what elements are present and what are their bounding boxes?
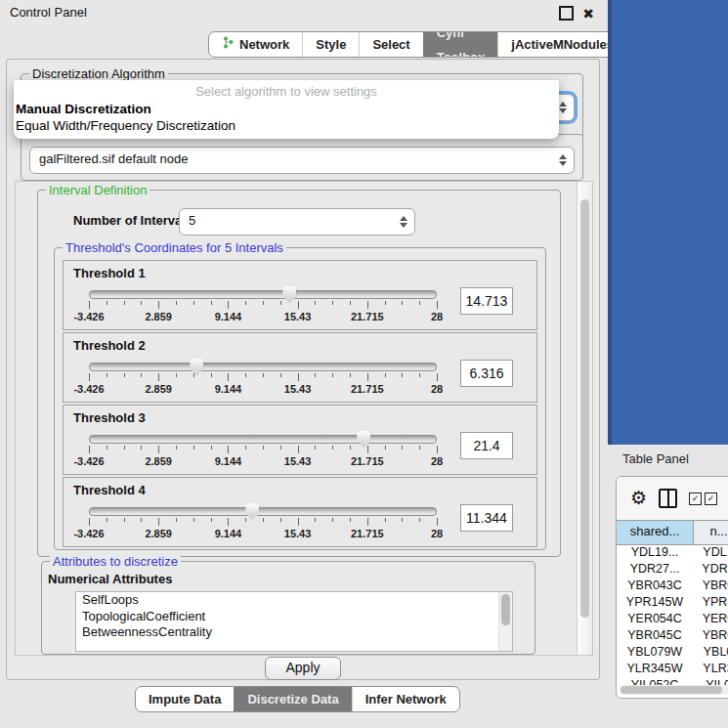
table-row[interactable]: YDL19...YDL1 — [617, 544, 728, 561]
tab-select[interactable]: Select — [359, 32, 422, 57]
tick-mark — [124, 518, 125, 522]
combo-stepper-icon — [559, 154, 567, 166]
float-window-icon[interactable] — [559, 6, 574, 21]
tick-mark — [245, 373, 246, 377]
algorithm-option[interactable]: Equal Width/Frequency Discretization — [14, 117, 559, 134]
gear-icon[interactable]: ⚙ — [630, 489, 647, 508]
numerical-attributes-list[interactable]: SelfLoopsTopologicalCoefficientBetweenne… — [75, 591, 513, 652]
tick-mark — [124, 446, 125, 450]
checkbox-icon[interactable]: ✓ — [705, 492, 717, 505]
algorithm-group-title: Discretization Algorithm — [29, 66, 168, 81]
close-icon[interactable]: ✖ — [582, 7, 594, 21]
horizontal-scrollbar-thumb[interactable] — [621, 686, 722, 694]
attribute-list-item[interactable]: TopologicalCoefficient — [76, 609, 512, 625]
threshold-value-field[interactable] — [460, 287, 513, 315]
number-of-intervals-combo[interactable]: 5 — [179, 208, 415, 236]
algorithm-popup-hint: Select algorithm to view settings — [14, 82, 559, 101]
tick-label: 28 — [431, 528, 443, 539]
attribute-list-item[interactable]: BetweennessCentrality — [76, 624, 512, 641]
tick-mark — [176, 301, 177, 305]
table-cell: YBL0 — [693, 644, 728, 661]
threshold-value-field[interactable] — [460, 504, 513, 532]
tick-mark — [107, 301, 107, 305]
tab-label: Network — [239, 32, 289, 57]
table-cell: YDR2 — [693, 561, 728, 578]
threshold-value-field[interactable] — [460, 432, 513, 459]
threshold-value-field[interactable] — [460, 360, 513, 387]
threshold-slider[interactable]: -3.4262.8599.14415.4321.71528 — [89, 359, 437, 398]
tick-mark — [350, 518, 351, 522]
cyni-toolbox-panel: Discretization Algorithm Select algorith… — [6, 59, 600, 680]
algorithm-option[interactable]: Manual Discretization — [14, 101, 559, 117]
table-data-group: Table Data galFiltered.sif default node — [21, 134, 583, 181]
list-scrollbar-thumb[interactable] — [501, 594, 510, 625]
threshold-row: Threshold 2-3.4262.8599.14415.4321.71528 — [63, 332, 537, 403]
tick-mark — [385, 446, 386, 450]
table-row[interactable]: YBL079WYBL0 — [617, 644, 728, 661]
tick-mark — [315, 518, 316, 522]
tab-cyni-toolbox[interactable]: Cyni Toolbox — [423, 32, 498, 57]
top-tab-bar: NetworkStyleSelectCyni ToolboxjActiveMNo… — [208, 31, 627, 58]
window-controls: ✖ — [559, 6, 594, 21]
tick-mark — [89, 518, 90, 526]
tick-mark — [315, 373, 316, 377]
table-row[interactable]: YBR043CYBR0 — [617, 578, 728, 594]
algorithm-popup-options: Manual DiscretizationEqual Width/Frequen… — [14, 101, 559, 134]
tick-mark — [298, 446, 299, 453]
tick-label: -3.426 — [73, 311, 104, 322]
panel-title: Control Panel — [10, 0, 87, 25]
table-data-combo[interactable]: galFiltered.sif default node — [29, 147, 575, 174]
tick-mark — [280, 446, 281, 450]
vertical-scrollbar-thumb[interactable] — [580, 199, 589, 618]
threshold-row: Threshold 3-3.4262.8599.14415.4321.71528 — [63, 405, 537, 475]
tick-mark — [402, 518, 403, 522]
split-view-icon[interactable] — [659, 489, 677, 508]
vertical-scrollbar[interactable] — [577, 182, 592, 655]
horizontal-scrollbar[interactable] — [620, 685, 728, 695]
list-scrollbar[interactable] — [498, 592, 512, 651]
tick-label: 15.43 — [284, 528, 312, 539]
threshold-label: Threshold 4 — [73, 483, 146, 497]
threshold-slider[interactable]: -3.4262.8599.14415.4321.71528 — [89, 503, 437, 542]
slider-track[interactable] — [89, 363, 437, 371]
slider-track[interactable] — [89, 507, 437, 516]
tab-infer-network[interactable]: Infer Network — [352, 687, 459, 711]
apply-button[interactable]: Apply — [265, 657, 341, 680]
tick-mark — [193, 446, 194, 450]
table-row[interactable]: YLR345WYLR3 — [617, 661, 728, 677]
tick-mark — [315, 446, 316, 450]
tick-mark — [263, 301, 264, 305]
tab-label: Impute Data — [149, 687, 221, 711]
slider-track[interactable] — [89, 435, 437, 444]
attribute-list-item[interactable]: SelfLoops — [76, 592, 512, 609]
tick-mark — [367, 301, 368, 309]
column-header-name[interactable]: n... — [694, 521, 728, 544]
tick-mark — [228, 446, 229, 453]
threshold-slider[interactable]: -3.4262.8599.14415.4321.71528 — [89, 431, 437, 470]
tab-network[interactable]: Network — [209, 32, 302, 57]
tick-mark — [211, 446, 212, 450]
checkbox-icon[interactable]: ✓ — [689, 492, 702, 505]
node-table: ⚙ ✓ ✓ shared... n... YDL19...YDL1YDR27..… — [616, 476, 728, 699]
column-header-shared[interactable]: shared... — [617, 521, 694, 544]
table-row[interactable]: YBR045CYBR0 — [617, 627, 728, 644]
tick-mark — [437, 446, 438, 453]
table-row[interactable]: YER054CYER0 — [617, 611, 728, 627]
table-cell: YLR345W — [617, 661, 693, 677]
tick-mark — [419, 446, 420, 450]
table-row[interactable]: YDR27...YDR2 — [617, 561, 728, 578]
settings-scroll-pane: Interval Definition Number of Intervals … — [15, 181, 593, 656]
tick-mark — [419, 373, 420, 377]
threshold-slider[interactable]: -3.4262.8599.14415.4321.71528 — [89, 286, 437, 325]
tick-mark — [263, 518, 264, 522]
slider-tick-labels: -3.4262.8599.14415.4321.71528 — [89, 311, 437, 322]
tab-impute-data[interactable]: Impute Data — [136, 687, 234, 711]
table-row[interactable]: YPR145WYPR1 — [617, 594, 728, 611]
tick-mark — [419, 301, 420, 305]
tick-label: 2.859 — [145, 383, 172, 395]
slider-track[interactable] — [89, 290, 437, 299]
tick-label: -3.426 — [73, 383, 104, 395]
tab-discretize-data[interactable]: Discretize Data — [234, 687, 351, 711]
tab-style[interactable]: Style — [302, 32, 359, 57]
tick-mark — [89, 301, 90, 309]
